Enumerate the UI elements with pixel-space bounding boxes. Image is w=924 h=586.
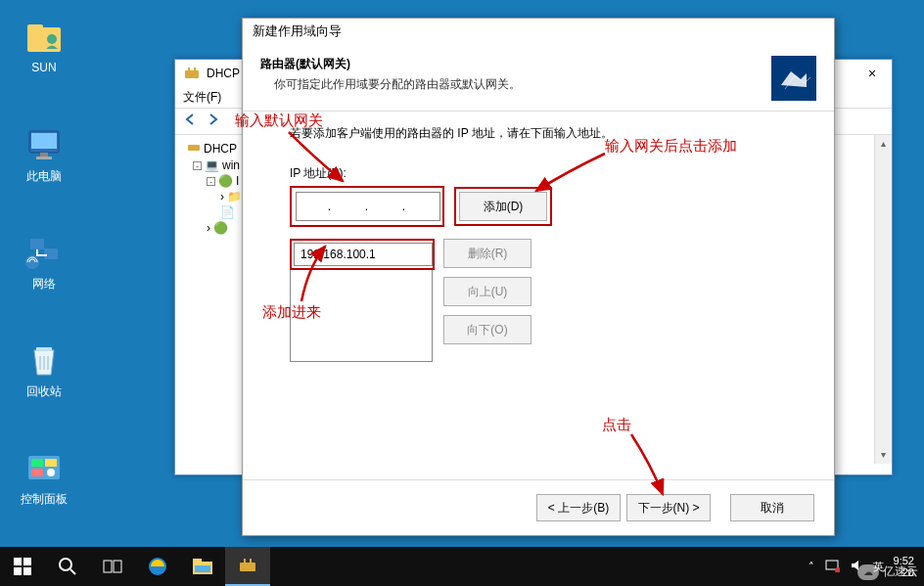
move-down-button[interactable]: 向下(O) [443,315,531,344]
search-icon[interactable] [45,547,90,586]
tree-ipv4[interactable]: I [236,174,239,188]
svg-point-24 [60,559,71,570]
scope-icon: 📁 [227,190,242,203]
folder-user-icon [24,18,64,57]
svg-rect-13 [45,459,57,467]
svg-rect-7 [30,239,44,249]
ipv4-icon: 🟢 [218,174,233,188]
svg-rect-25 [104,561,112,572]
taskbar: ˄ 英 9:52 20 [0,547,924,586]
svg-point-35 [835,567,840,572]
wizard-instruction: 若要添加客户端使用的路由器的 IP 地址，请在下面输入地址。 [290,125,795,142]
tree-item-icon: 📄 [220,205,235,219]
gateway-listbox[interactable] [290,270,433,362]
ipv6-icon: 🟢 [213,221,228,235]
svg-rect-22 [14,567,22,575]
chevron-right-icon[interactable]: › [220,190,224,203]
wizard-heading: 路由器(默认网关) [260,56,771,72]
svg-rect-17 [188,68,190,71]
desktop-label: 网络 [10,276,78,293]
dhcp-icon [183,65,201,82]
svg-rect-4 [31,133,57,149]
cloud-icon: ☁ [857,564,879,580]
back-button[interactable]: < 上一步(B) [536,494,621,521]
ie-icon[interactable] [135,547,180,586]
svg-rect-16 [185,70,199,78]
svg-rect-30 [195,565,210,572]
next-button[interactable]: 下一步(N) > [626,494,711,521]
desktop-icon-recycle-bin[interactable]: 回收站 [10,340,78,400]
new-scope-wizard-dialog: 新建作用域向导 路由器(默认网关) 你可指定此作用域要分配的路由器或默认网关。 … [242,18,835,536]
add-button[interactable]: 添加(D) [459,192,547,221]
recycle-bin-icon [24,340,64,380]
task-view-icon[interactable] [90,547,135,586]
desktop-icon-this-pc[interactable]: 此电脑 [10,125,78,185]
monitor-icon [24,125,64,164]
network-tray-icon[interactable] [824,559,840,574]
svg-rect-1 [27,24,43,30]
svg-rect-5 [40,153,48,157]
tray-chevron-icon[interactable]: ˄ [808,561,814,573]
svg-rect-12 [31,459,43,467]
svg-rect-21 [23,558,31,565]
nav-back-icon[interactable] [181,111,199,132]
scroll-up-icon[interactable]: ▴ [875,135,892,153]
svg-rect-18 [194,68,196,71]
svg-rect-23 [23,567,31,575]
svg-point-15 [47,469,55,476]
mmc-title-text: DHCP [207,67,240,80]
scroll-down-icon[interactable]: ▾ [875,446,892,464]
svg-rect-31 [240,563,255,571]
watermark-text: 亿速云 [883,563,918,580]
remove-button[interactable]: 删除(R) [443,239,531,268]
scrollbar[interactable]: ▴ ▾ [874,135,892,464]
svg-rect-26 [114,561,121,572]
svg-rect-32 [244,559,246,563]
nav-forward-icon[interactable] [205,111,222,132]
control-panel-icon [24,448,64,487]
svg-rect-33 [250,559,252,563]
dhcp-taskbar-icon[interactable] [225,547,270,586]
watermark: ☁ 亿速云 [857,563,918,580]
svg-point-2 [47,34,57,44]
wizard-subheading: 你可指定此作用域要分配的路由器或默认网关。 [274,76,771,93]
svg-rect-19 [188,145,200,151]
chevron-right-icon[interactable]: › [207,221,210,235]
network-icon [24,233,64,272]
svg-rect-14 [31,469,43,476]
tree-server[interactable]: win [222,158,240,172]
desktop-icon-sun[interactable]: SUN [10,18,78,74]
svg-rect-20 [14,558,22,565]
desktop-icon-network[interactable]: 网络 [10,233,78,293]
svg-rect-6 [36,157,52,159]
cancel-button[interactable]: 取消 [730,494,814,521]
close-button[interactable]: × [853,60,892,87]
desktop-label: 此电脑 [10,168,78,185]
server-icon: 💻 [205,158,219,172]
gateway-list-entry[interactable] [294,243,433,266]
desktop-label: SUN [10,61,78,74]
dhcp-icon [187,140,201,157]
ip-address-input[interactable] [296,192,440,221]
move-up-button[interactable]: 向上(U) [443,277,531,306]
desktop-icon-control-panel[interactable]: 控制面板 [10,448,78,508]
wizard-title: 新建作用域向导 [243,19,834,44]
desktop-label: 控制面板 [10,491,78,508]
svg-rect-8 [44,248,58,259]
desktop-label: 回收站 [10,383,78,400]
wizard-banner-icon [771,56,816,101]
svg-rect-29 [193,559,202,563]
svg-rect-10 [36,347,52,351]
explorer-icon[interactable] [180,547,225,586]
tree-root[interactable]: DHCP [204,142,237,156]
ip-address-label: IP 地址(P): [290,165,795,182]
start-button[interactable] [0,547,45,586]
